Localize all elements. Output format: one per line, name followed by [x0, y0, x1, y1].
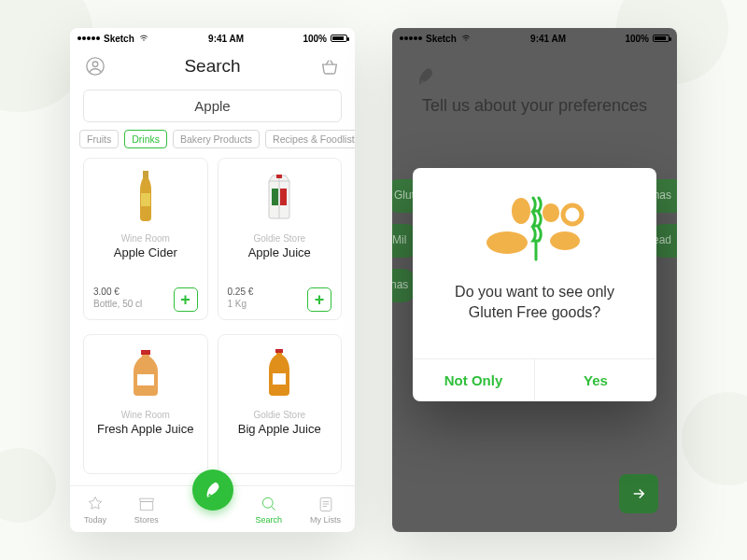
- gluten-modal: Do you want to see only Gluten Free good…: [413, 168, 656, 401]
- product-store: Goldie Store: [253, 233, 305, 244]
- svg-rect-6: [276, 175, 282, 178]
- product-card[interactable]: Goldie Store Apple Juice 0.25 € 1 Kg +: [218, 158, 343, 320]
- tab-label: Stores: [134, 515, 159, 525]
- product-meta: 0.25 € 1 Kg: [228, 286, 254, 310]
- carrier-label: Sketch: [104, 34, 134, 44]
- product-image: [117, 168, 175, 226]
- product-store: Wine Room: [121, 233, 170, 244]
- product-image: [250, 344, 308, 402]
- product-card[interactable]: Goldie Store Big Apple Juice: [218, 334, 343, 474]
- battery-icon: [331, 35, 347, 42]
- product-image: [250, 168, 308, 226]
- chip-recipes[interactable]: Recipes & Foodlists: [265, 130, 355, 148]
- product-name: Apple Cider: [114, 245, 177, 259]
- tabbar: Today Stores Search My Lists: [70, 485, 355, 532]
- not-only-button[interactable]: Not Only: [413, 359, 534, 401]
- product-meta: 3.00 € Bottle, 50 cl: [93, 286, 142, 310]
- product-name: Apple Juice: [248, 245, 311, 259]
- tab-label: My Lists: [310, 515, 341, 525]
- battery-icon: [653, 35, 669, 42]
- product-store: Wine Room: [121, 410, 170, 420]
- next-button[interactable]: [619, 474, 658, 513]
- add-button[interactable]: +: [307, 287, 331, 312]
- svg-rect-4: [272, 189, 278, 205]
- page-title: Search: [184, 56, 240, 77]
- statusbar: Sketch 9:41 AM 100%: [70, 28, 355, 49]
- modal-question: Do you want to see only Gluten Free good…: [430, 282, 640, 322]
- arrow-right-icon: [630, 485, 647, 502]
- svg-rect-3: [141, 193, 150, 206]
- basket-icon[interactable]: [317, 54, 342, 78]
- filter-chips: Fruits Drinks Bakery Products Recipes & …: [70, 130, 355, 158]
- fab-rocket[interactable]: [192, 469, 233, 511]
- modal-illustration: [430, 187, 640, 271]
- status-time: 9:41 AM: [208, 34, 244, 44]
- tab-today[interactable]: Today: [84, 495, 106, 525]
- phone-search: Sketch 9:41 AM 100% Search Apple Fruits …: [70, 28, 355, 532]
- product-card[interactable]: Wine Room Fresh Apple Juice: [83, 334, 208, 474]
- svg-rect-9: [273, 373, 286, 385]
- svg-point-15: [563, 205, 582, 224]
- product-store: Goldie Store: [253, 410, 305, 420]
- product-grid: Wine Room Apple Cider 3.00 € Bottle, 50 …: [70, 158, 355, 485]
- svg-point-16: [512, 198, 530, 224]
- tab-label: Search: [256, 515, 283, 525]
- chip-fruits[interactable]: Fruits: [79, 130, 119, 148]
- rocket-icon: [415, 65, 437, 88]
- product-image: [117, 344, 175, 402]
- svg-rect-10: [275, 349, 283, 353]
- profile-icon[interactable]: [83, 54, 107, 78]
- svg-rect-5: [280, 189, 287, 205]
- svg-point-14: [550, 231, 580, 250]
- chip-drinks[interactable]: Drinks: [124, 130, 167, 148]
- chip-bakery[interactable]: Bakery Products: [173, 130, 260, 148]
- tab-search[interactable]: Search: [256, 495, 283, 525]
- product-name: Fresh Apple Juice: [97, 422, 193, 436]
- preferences-heading: Tell us about your preferences: [392, 95, 677, 117]
- svg-rect-8: [141, 350, 150, 355]
- svg-point-13: [486, 231, 528, 254]
- svg-rect-2: [143, 171, 148, 178]
- app-header: Search: [70, 49, 355, 82]
- yes-button[interactable]: Yes: [534, 359, 656, 401]
- wifi-icon: [460, 34, 472, 43]
- carrier-label: Sketch: [426, 34, 457, 44]
- status-battery: 100%: [625, 34, 649, 44]
- modal-buttons: Not Only Yes: [413, 358, 656, 401]
- wifi-icon: [138, 34, 149, 43]
- tab-stores[interactable]: Stores: [134, 495, 159, 525]
- search-input[interactable]: Apple: [83, 90, 342, 122]
- tab-label: Today: [84, 515, 106, 525]
- status-battery: 100%: [303, 34, 327, 44]
- status-time: 9:41 AM: [530, 34, 566, 44]
- tab-mylists[interactable]: My Lists: [310, 495, 341, 525]
- product-card[interactable]: Wine Room Apple Cider 3.00 € Bottle, 50 …: [83, 158, 208, 320]
- phone-preferences: Sketch 9:41 AM 100% Tell us about your p…: [392, 28, 677, 532]
- svg-rect-7: [137, 374, 154, 385]
- add-button[interactable]: +: [174, 287, 198, 312]
- svg-point-1: [92, 62, 98, 67]
- product-name: Big Apple Juice: [238, 422, 321, 436]
